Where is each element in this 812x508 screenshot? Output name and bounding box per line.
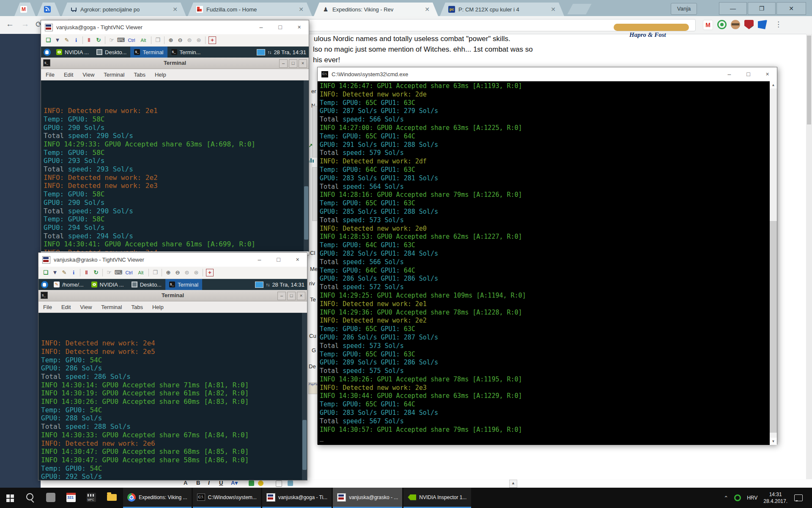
- page-scrollbar-thumb[interactable]: [807, 36, 811, 124]
- menu-file[interactable]: File: [43, 304, 52, 310]
- menu-edit[interactable]: Edit: [61, 304, 71, 310]
- zoom-in-icon[interactable]: ⊕: [167, 36, 175, 44]
- ctrl-key-button[interactable]: Ctrl: [126, 36, 137, 44]
- terminal-maximize-icon[interactable]: □: [287, 292, 296, 300]
- copy-icon[interactable]: ❐: [151, 268, 159, 277]
- zoom-auto-icon[interactable]: ⊛: [192, 268, 200, 277]
- pinned-app-button[interactable]: [41, 488, 61, 508]
- terminal-window-title[interactable]: $_ Terminal – □ ×: [41, 58, 309, 69]
- terminal-minimize-icon[interactable]: –: [277, 292, 286, 300]
- terminal-maximize-icon[interactable]: □: [289, 59, 297, 68]
- taskbar-button-chrome[interactable]: Expeditions: Viking ...: [123, 488, 192, 508]
- copy-icon[interactable]: ❐: [154, 36, 162, 44]
- tab-close-icon[interactable]: ✕: [425, 6, 430, 13]
- pause-icon[interactable]: ‖: [82, 268, 91, 277]
- refresh-icon[interactable]: ↻: [92, 268, 100, 277]
- font-color-icon[interactable]: A▾: [231, 480, 238, 486]
- zoom-out-icon[interactable]: ⊖: [176, 36, 184, 44]
- font-icon[interactable]: A: [184, 480, 187, 486]
- taskbar-button-cmd[interactable]: C:\ C:\Windows\system...: [193, 488, 261, 508]
- terminal-scrollbar[interactable]: [304, 80, 309, 251]
- pause-icon[interactable]: ‖: [85, 36, 93, 44]
- browser-restore-button[interactable]: ❐: [748, 2, 776, 15]
- connection-options-icon[interactable]: ✎: [60, 268, 69, 277]
- vnc-goga-maximize-button[interactable]: □: [271, 20, 290, 34]
- terminal-output-grasko[interactable]: INFO: Detected new work: 2e4INFO: Detect…: [38, 313, 307, 480]
- menu-help[interactable]: Help: [152, 304, 164, 310]
- taskbar-button-nvidia-inspector[interactable]: NVIDIA Inspector 1...: [403, 488, 471, 508]
- taskbar-item-nvidia[interactable]: NVIDIA ...: [52, 47, 93, 58]
- vnc-goga-minimize-button[interactable]: –: [252, 20, 271, 34]
- tab-close-icon[interactable]: ✕: [173, 6, 178, 13]
- avatar-extension-icon[interactable]: [731, 20, 740, 29]
- taskbar-item-terminal-2[interactable]: $_Termin...: [167, 47, 205, 58]
- taskbar-item-terminal[interactable]: $_Terminal: [130, 47, 167, 58]
- menu-file[interactable]: File: [46, 72, 55, 78]
- pinned-tab-gmail[interactable]: M: [14, 3, 36, 16]
- cmd-maximize-button[interactable]: □: [739, 67, 758, 81]
- tab-close-icon[interactable]: ✕: [551, 6, 556, 13]
- keyboard-icon[interactable]: ⌨: [114, 268, 123, 277]
- bookmark-star-icon[interactable]: ☆: [684, 4, 691, 13]
- tray-expand-icon[interactable]: ⌃: [724, 495, 728, 501]
- browser-close-button[interactable]: ✕: [776, 2, 806, 15]
- calendar-app-button[interactable]: [61, 488, 81, 508]
- connection-info-icon[interactable]: i: [69, 268, 78, 277]
- zoom-auto-icon[interactable]: ⊛: [195, 36, 203, 44]
- taskbar-item-terminal[interactable]: $_Terminal: [165, 279, 202, 290]
- zoom-out-icon[interactable]: ⊖: [173, 268, 182, 277]
- cmd-minimize-button[interactable]: –: [720, 67, 739, 81]
- underline-icon[interactable]: U: [219, 480, 223, 486]
- display-tray-icon[interactable]: [255, 282, 263, 288]
- table-icon[interactable]: [276, 480, 282, 487]
- fullscreen-icon[interactable]: +: [208, 36, 216, 44]
- vnc-grasko-title-bar[interactable]: vanjuska@grasko - TightVNC Viewer – □ ×: [38, 253, 307, 267]
- cmd-close-button[interactable]: ×: [758, 67, 777, 81]
- smiley-icon[interactable]: [258, 480, 263, 486]
- browser-menu-icon[interactable]: ⋮: [775, 20, 782, 29]
- terminal-close-icon[interactable]: ×: [299, 59, 307, 68]
- hamachi-tray-icon[interactable]: [734, 494, 741, 501]
- tab-cpu-cooler[interactable]: pc P: CM 212X cpu kuler i 4 ✕: [440, 3, 564, 16]
- menu-tabs[interactable]: Tabs: [131, 304, 143, 310]
- menu-edit[interactable]: Edit: [64, 72, 73, 78]
- vnc-grasko-close-button[interactable]: ×: [288, 253, 307, 267]
- apps-menu-icon[interactable]: [41, 281, 48, 288]
- remote-clock[interactable]: 28 Tra, 14:31: [272, 282, 304, 288]
- terminal-scrollbar-thumb[interactable]: [302, 420, 307, 470]
- menu-help[interactable]: Help: [155, 72, 166, 78]
- vnc-goga-close-button[interactable]: ×: [290, 20, 309, 34]
- start-button[interactable]: [0, 488, 20, 508]
- cmd-scroll-down-icon[interactable]: ▼: [770, 438, 777, 445]
- taskbar-item-home[interactable]: ✎/home/...: [50, 279, 88, 290]
- connection-info-icon[interactable]: i: [72, 36, 80, 44]
- network-arrows-icon[interactable]: ↑↓: [267, 50, 271, 55]
- alt-key-button[interactable]: Alt: [138, 36, 149, 44]
- taskbar-item-desktop[interactable]: Deskto...: [128, 279, 165, 290]
- zoom-in-icon[interactable]: ⊕: [164, 268, 173, 277]
- cmd-scrollbar[interactable]: ▲ ▼: [770, 81, 777, 445]
- search-button[interactable]: [20, 488, 41, 508]
- ctrl-alt-del-icon[interactable]: ☞: [107, 36, 116, 44]
- fullscreen-icon[interactable]: +: [206, 269, 214, 276]
- green-extension-icon[interactable]: [717, 20, 727, 29]
- ctrl-alt-del-icon[interactable]: ☞: [105, 268, 113, 277]
- terminal-close-icon[interactable]: ×: [297, 292, 305, 300]
- menu-view[interactable]: View: [82, 72, 94, 78]
- menu-tabs[interactable]: Tabs: [134, 72, 145, 78]
- taskbar-item-nvidia[interactable]: NVIDIA ...: [88, 279, 128, 290]
- taskbar-clock[interactable]: 14:31 28.4.2017.: [763, 491, 787, 505]
- menu-terminal[interactable]: Terminal: [104, 72, 124, 78]
- insert-image-icon[interactable]: [249, 480, 254, 486]
- bold-icon[interactable]: B: [196, 480, 200, 486]
- scroll-up-button[interactable]: ▲: [509, 480, 517, 488]
- remote-clock[interactable]: 28 Tra, 14:31: [274, 49, 306, 55]
- page-scrollbar[interactable]: [806, 34, 812, 488]
- action-center-icon[interactable]: [794, 494, 803, 501]
- keyboard-icon[interactable]: ⌨: [117, 36, 125, 44]
- italic-icon[interactable]: I: [208, 480, 210, 486]
- tab-fudzilla[interactable]: Fudzilla.com - Home ✕: [188, 3, 312, 16]
- quote-icon[interactable]: [288, 480, 293, 486]
- menu-view[interactable]: View: [80, 304, 92, 310]
- save-session-icon[interactable]: ▼: [51, 268, 59, 277]
